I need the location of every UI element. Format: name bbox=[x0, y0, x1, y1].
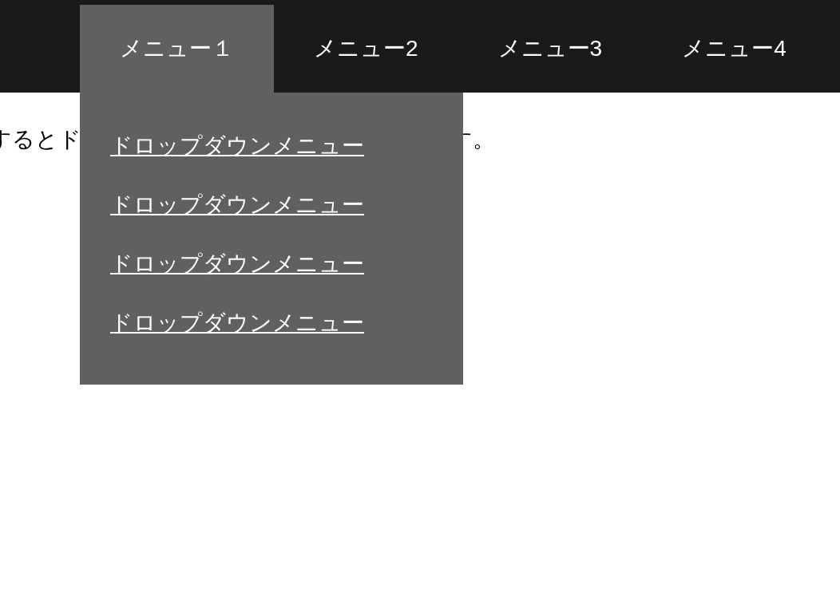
menu-link-1[interactable]: メニュー１ bbox=[80, 5, 274, 93]
dropdown-item-3[interactable]: ドロップダウンメニュー bbox=[80, 235, 463, 294]
menu-list: メニュー１ ドロップダウンメニュー ドロップダウンメニュー ドロップダウンメニュ… bbox=[80, 5, 826, 93]
menu-item-3: メニュー3 bbox=[458, 5, 643, 93]
menu-item-1: メニュー１ ドロップダウンメニュー ドロップダウンメニュー ドロップダウンメニュ… bbox=[80, 5, 274, 93]
menu-item-4: メニュー4 bbox=[642, 5, 826, 93]
menu-link-3[interactable]: メニュー3 bbox=[458, 5, 643, 93]
menu-item-2: メニュー2 bbox=[274, 5, 458, 93]
dropdown-item-2[interactable]: ドロップダウンメニュー bbox=[80, 176, 463, 235]
dropdown-item-4[interactable]: ドロップダウンメニュー bbox=[80, 294, 463, 353]
main-navbar: メニュー１ ドロップダウンメニュー ドロップダウンメニュー ドロップダウンメニュ… bbox=[0, 0, 840, 93]
menu-link-4[interactable]: メニュー4 bbox=[642, 5, 826, 93]
dropdown-item-1[interactable]: ドロップダウンメニュー bbox=[80, 116, 463, 176]
dropdown-menu: ドロップダウンメニュー ドロップダウンメニュー ドロップダウンメニュー ドロップ… bbox=[80, 93, 463, 385]
menu-link-2[interactable]: メニュー2 bbox=[274, 5, 458, 93]
